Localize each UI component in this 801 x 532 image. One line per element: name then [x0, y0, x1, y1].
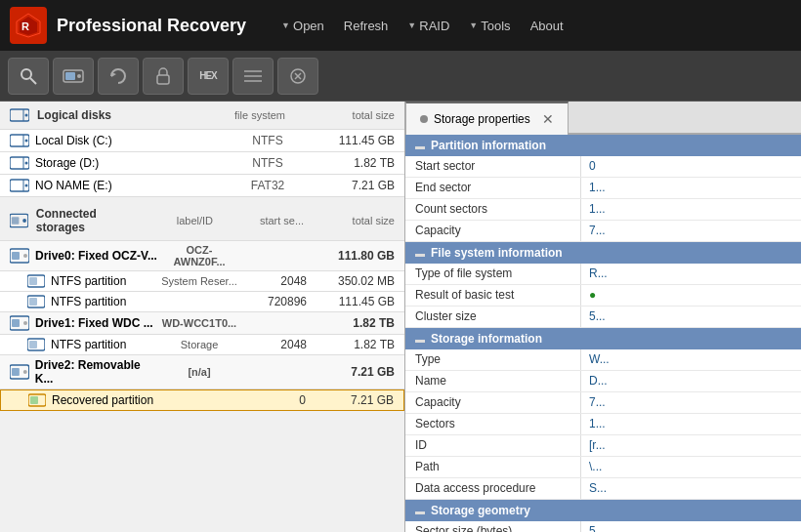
prop-basic-test: Result of basic test ●: [405, 285, 801, 307]
svg-rect-6: [65, 72, 75, 80]
svg-rect-35: [29, 277, 37, 285]
logical-disk-c[interactable]: Local Disk (C:) NTFS 111.45 GB: [0, 130, 404, 152]
prop-sector-size-label: Sector size (bytes): [405, 521, 581, 532]
svg-point-3: [21, 69, 31, 79]
col-storage-size-header: total size: [312, 215, 395, 226]
disk-e-fs: FAT32: [229, 179, 307, 192]
prop-fs-type-value: R...: [581, 264, 801, 284]
tab-close-button[interactable]: ✕: [542, 111, 554, 127]
prop-data-access-label: Data access procedure: [405, 478, 581, 499]
menu-about[interactable]: About: [523, 13, 571, 39]
main-layout: Logical disks file system total size Loc…: [0, 102, 801, 532]
menu-tools[interactable]: ▼ Tools: [461, 13, 518, 39]
prop-cluster-size: Cluster size 5...: [405, 307, 801, 328]
collapse-btn[interactable]: ▬: [415, 141, 425, 151]
disk-e-size: 7.21 GB: [307, 179, 395, 192]
prop-id-label: ID: [405, 435, 581, 456]
drive0-item[interactable]: Drive0: Fixed OCZ-V... OCZ-AWNZ0F... 111…: [0, 241, 404, 271]
drive2-item[interactable]: Drive2: Removable K... [n/a] 7.21 GB: [0, 355, 404, 389]
connected-storages-section: Connected storages label/ID start se... …: [0, 201, 404, 241]
menu-refresh[interactable]: Refresh: [336, 13, 397, 39]
disk-button[interactable]: [53, 58, 94, 95]
svg-rect-47: [30, 396, 38, 404]
prop-start-sector-value: 0: [581, 156, 801, 177]
drive1-name: Drive1: Fixed WDC ...: [35, 316, 153, 330]
recover-button[interactable]: [98, 58, 139, 95]
storage-info-label: Storage information: [431, 332, 542, 346]
close-button[interactable]: [277, 58, 318, 95]
storage-collapse-btn[interactable]: ▬: [415, 334, 425, 345]
prop-cluster-size-value: 5...: [581, 307, 801, 327]
drive0-p1-item[interactable]: NTFS partition System Reser... 2048 350.…: [0, 271, 404, 292]
prop-path-value: \...: [581, 457, 801, 477]
prop-capacity-value: 7...: [581, 221, 801, 241]
prop-sectors: Sectors 1...: [405, 414, 801, 435]
drive0-p1-size: 350.02 MB: [307, 274, 395, 288]
prop-count-sectors-value: 1...: [581, 199, 801, 220]
drive2-label: [n/a]: [160, 366, 238, 378]
drive0-p1-label: System Reser...: [160, 275, 238, 287]
prop-sector-size-value: 5...: [581, 521, 801, 532]
menu-open[interactable]: ▼ Open: [274, 13, 332, 39]
svg-point-21: [25, 140, 28, 143]
drive0-p2-item[interactable]: NTFS partition 720896 111.45 GB: [0, 292, 404, 312]
list-button[interactable]: [232, 58, 274, 95]
prop-basic-test-label: Result of basic test: [405, 285, 581, 306]
svg-rect-29: [12, 217, 20, 225]
disk-c-size: 111.45 GB: [307, 134, 395, 147]
drive0-p2-size: 111.45 GB: [307, 295, 395, 308]
drive0-p2-start: 720896: [238, 295, 307, 308]
logical-disk-e[interactable]: NO NAME (E:) FAT32 7.21 GB: [0, 175, 404, 197]
connected-storages-label: Connected storages: [36, 207, 143, 234]
prop-name-value: D...: [581, 371, 801, 391]
fs-info-label: File system information: [431, 246, 563, 260]
prop-name-label: Name: [405, 371, 581, 391]
drive1-p1-size: 1.82 TB: [307, 338, 395, 351]
svg-point-45: [23, 370, 27, 374]
disk-c-fs: NTFS: [229, 134, 307, 147]
disk-d-fs: NTFS: [229, 156, 307, 170]
storage-properties-tab[interactable]: Storage properties ✕: [405, 102, 569, 135]
drive1-item[interactable]: Drive1: Fixed WDC ... WD-WCC1T0... 1.82 …: [0, 312, 404, 335]
drive1-p1-item[interactable]: NTFS partition Storage 2048 1.82 TB: [0, 335, 404, 355]
logical-disk-d[interactable]: Storage (D:) NTFS 1.82 TB: [0, 152, 404, 175]
geometry-collapse-btn[interactable]: ▬: [415, 506, 425, 516]
fs-collapse-btn[interactable]: ▬: [415, 248, 425, 259]
properties-table: ▬ Partition information Start sector 0 E…: [405, 135, 801, 532]
prop-start-sector-label: Start sector: [405, 156, 581, 177]
recovered-partition-size: 7.21 GB: [306, 393, 394, 407]
prop-id-value: [r...: [581, 435, 801, 456]
prop-capacity: Capacity 7...: [405, 221, 801, 242]
drive0-p2-name: NTFS partition: [51, 295, 126, 308]
prop-count-sectors: Count sectors 1...: [405, 199, 801, 221]
left-panel: Logical disks file system total size Loc…: [0, 102, 405, 532]
partition-info-header: ▬ Partition information: [405, 135, 801, 156]
prop-count-sectors-label: Count sectors: [405, 199, 581, 220]
drive1-p1-start: 2048: [238, 338, 307, 351]
svg-point-24: [25, 162, 28, 165]
disk-c-name: Local Disk (C:): [35, 134, 112, 147]
prop-type-label: Type: [405, 349, 581, 370]
drive0-size: 111.80 GB: [307, 249, 395, 263]
tab-label: Storage properties: [434, 112, 530, 126]
search-button[interactable]: [8, 58, 49, 95]
hex-button[interactable]: HEX: [188, 58, 229, 95]
prop-end-sector: End sector 1...: [405, 178, 801, 199]
svg-point-27: [25, 184, 28, 187]
prop-data-access: Data access procedure S...: [405, 478, 801, 500]
prop-name: Name D...: [405, 371, 801, 392]
recovered-partition-item[interactable]: Recovered partition 0 7.21 GB: [0, 389, 404, 411]
storage-info-header: ▬ Storage information: [405, 328, 801, 349]
col-fs-header: file system: [221, 109, 299, 121]
svg-line-4: [30, 78, 36, 84]
lock-button[interactable]: [143, 58, 184, 95]
prop-type-value: W...: [581, 349, 801, 370]
drive0-p1-start: 2048: [238, 274, 307, 288]
svg-rect-32: [12, 252, 20, 260]
prop-cluster-size-label: Cluster size: [405, 307, 581, 327]
menu-raid[interactable]: ▼ RAID: [400, 13, 457, 39]
svg-rect-9: [157, 75, 169, 84]
svg-rect-42: [29, 341, 37, 348]
prop-end-sector-label: End sector: [405, 178, 581, 198]
svg-rect-39: [12, 319, 20, 327]
